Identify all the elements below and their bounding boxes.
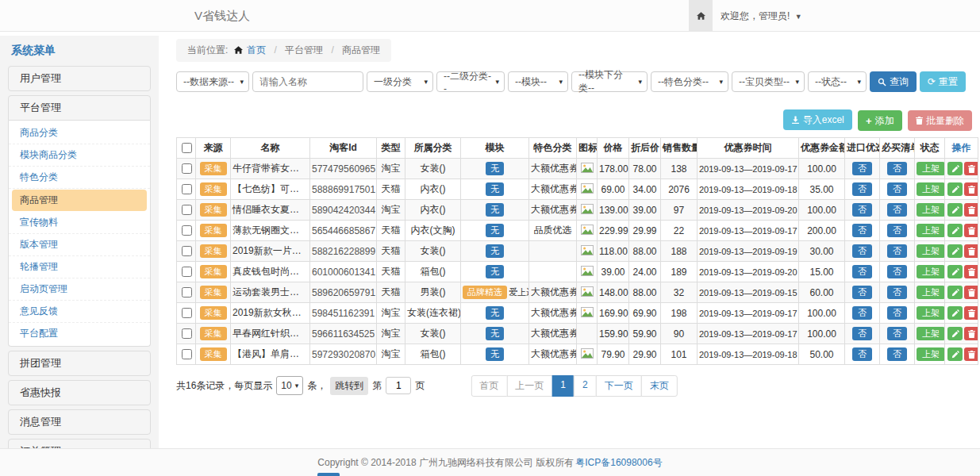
sidebar-item[interactable]: 版本管理 xyxy=(9,234,150,256)
row-checkbox[interactable] xyxy=(182,328,192,339)
status-button[interactable]: 上架 xyxy=(917,286,945,300)
page-button[interactable]: 首页 xyxy=(471,375,507,397)
edit-button[interactable] xyxy=(947,306,963,320)
sidebar-item[interactable]: 平台配置 xyxy=(9,323,150,344)
filter-select[interactable]: --宝贝类型--▾ xyxy=(732,71,805,92)
import-select-toggle[interactable]: 否 xyxy=(852,327,872,341)
delete-button[interactable] xyxy=(964,244,978,258)
sidebar-item[interactable]: 启动页管理 xyxy=(9,278,150,301)
module-badge[interactable]: 无 xyxy=(486,306,504,321)
module-badge[interactable]: 无 xyxy=(486,347,504,362)
status-button[interactable]: 上架 xyxy=(917,347,945,362)
edit-button[interactable] xyxy=(947,244,963,258)
must-buy-toggle[interactable]: 否 xyxy=(887,162,907,176)
delete-button[interactable] xyxy=(964,286,978,299)
icp-link[interactable]: 粤ICP备16098006号 xyxy=(575,456,662,470)
module-badge[interactable]: 无 xyxy=(486,327,504,341)
delete-button[interactable] xyxy=(964,224,978,237)
delete-button[interactable] xyxy=(964,347,978,361)
row-checkbox[interactable] xyxy=(182,349,192,359)
edit-button[interactable] xyxy=(947,265,963,278)
page-button[interactable]: 末页 xyxy=(641,375,678,397)
filter-select[interactable]: --模块--▾ xyxy=(508,71,568,92)
page-button[interactable]: 上一页 xyxy=(506,375,552,397)
sidebar-item[interactable]: 特色分类 xyxy=(9,167,150,189)
module-badge[interactable]: 无 xyxy=(486,244,504,259)
must-buy-toggle[interactable]: 否 xyxy=(887,224,907,238)
sidebar-group[interactable]: 消息管理 xyxy=(8,409,151,435)
per-page-select[interactable]: 10 ▾ xyxy=(276,376,303,395)
sidebar-group[interactable]: 订单管理 xyxy=(8,439,151,448)
must-buy-toggle[interactable]: 否 xyxy=(887,286,907,300)
status-button[interactable]: 上架 xyxy=(917,327,945,341)
must-buy-toggle[interactable]: 否 xyxy=(887,244,907,259)
row-checkbox[interactable] xyxy=(182,246,192,256)
import-excel-button[interactable]: 导入excel xyxy=(783,109,852,130)
row-checkbox[interactable] xyxy=(182,205,192,215)
row-checkbox[interactable] xyxy=(182,163,192,174)
module-badge[interactable]: 无 xyxy=(486,162,504,176)
edit-button[interactable] xyxy=(947,182,963,196)
row-checkbox[interactable] xyxy=(182,287,192,298)
status-button[interactable]: 上架 xyxy=(917,182,945,197)
reset-button[interactable]: ⟳ 重置 xyxy=(920,71,966,92)
page-input[interactable] xyxy=(386,377,411,394)
name-input[interactable] xyxy=(252,71,363,92)
module-badge[interactable]: 无 xyxy=(486,224,504,238)
row-checkbox[interactable] xyxy=(182,267,192,277)
search-button[interactable]: 查询 xyxy=(870,71,917,92)
sidebar-item[interactable]: 商品管理 xyxy=(12,190,147,211)
import-select-toggle[interactable]: 否 xyxy=(852,347,872,362)
module-badge[interactable]: 无 xyxy=(486,203,504,217)
row-checkbox[interactable] xyxy=(182,308,192,318)
status-button[interactable]: 上架 xyxy=(917,203,945,217)
delete-button[interactable] xyxy=(964,182,978,196)
module-badge[interactable]: 品牌精选 xyxy=(463,286,507,300)
batch-delete-button[interactable]: 批量删除 xyxy=(908,110,972,131)
must-buy-toggle[interactable]: 否 xyxy=(887,203,907,217)
sidebar-group[interactable]: 平台管理 xyxy=(8,95,151,121)
must-buy-toggle[interactable]: 否 xyxy=(887,306,907,321)
status-button[interactable]: 上架 xyxy=(917,244,945,259)
delete-button[interactable] xyxy=(964,265,978,278)
delete-button[interactable] xyxy=(964,162,978,175)
import-select-toggle[interactable]: 否 xyxy=(852,265,872,279)
sidebar-group[interactable]: 省惠快报 xyxy=(8,380,151,405)
sidebar-item[interactable]: 宣传物料 xyxy=(9,212,150,234)
must-buy-toggle[interactable]: 否 xyxy=(887,327,907,341)
filter-select[interactable]: --模块下分类--▾ xyxy=(571,71,648,92)
sidebar-group[interactable]: 用户管理 xyxy=(8,66,151,91)
module-badge[interactable]: 无 xyxy=(486,265,504,279)
sidebar-item[interactable]: 模块商品分类 xyxy=(9,144,150,167)
status-button[interactable]: 上架 xyxy=(917,162,945,176)
user-menu[interactable]: 欢迎您，管理员! ▼ xyxy=(721,0,802,33)
module-badge[interactable]: 无 xyxy=(486,182,504,197)
sidebar-item[interactable]: 意见反馈 xyxy=(9,301,150,323)
edit-button[interactable] xyxy=(947,162,963,175)
edit-button[interactable] xyxy=(947,347,963,361)
sidebar-group[interactable]: 拼团管理 xyxy=(8,351,151,376)
select-all-checkbox[interactable] xyxy=(182,143,192,153)
row-checkbox[interactable] xyxy=(182,184,192,194)
breadcrumb-home-link[interactable]: 首页 xyxy=(247,44,266,56)
import-select-toggle[interactable]: 否 xyxy=(852,244,872,259)
jump-button[interactable]: 跳转到 xyxy=(330,377,368,395)
import-select-toggle[interactable]: 否 xyxy=(852,203,872,217)
home-button[interactable] xyxy=(689,0,713,31)
row-checkbox[interactable] xyxy=(182,225,192,236)
import-select-toggle[interactable]: 否 xyxy=(852,224,872,238)
sidebar-item[interactable]: 轮播管理 xyxy=(9,256,150,278)
edit-button[interactable] xyxy=(947,224,963,237)
must-buy-toggle[interactable]: 否 xyxy=(887,265,907,279)
delete-button[interactable] xyxy=(964,306,978,320)
import-select-toggle[interactable]: 否 xyxy=(852,286,872,300)
edit-button[interactable] xyxy=(947,286,963,299)
status-button[interactable]: 上架 xyxy=(917,306,945,321)
import-select-toggle[interactable]: 否 xyxy=(852,162,872,176)
add-button[interactable]: + 添加 xyxy=(858,110,902,131)
status-button[interactable]: 上架 xyxy=(917,265,945,279)
import-select-toggle[interactable]: 否 xyxy=(852,182,872,197)
must-buy-toggle[interactable]: 否 xyxy=(887,182,907,197)
sidebar-item[interactable]: 商品分类 xyxy=(9,122,150,144)
must-buy-toggle[interactable]: 否 xyxy=(887,347,907,362)
